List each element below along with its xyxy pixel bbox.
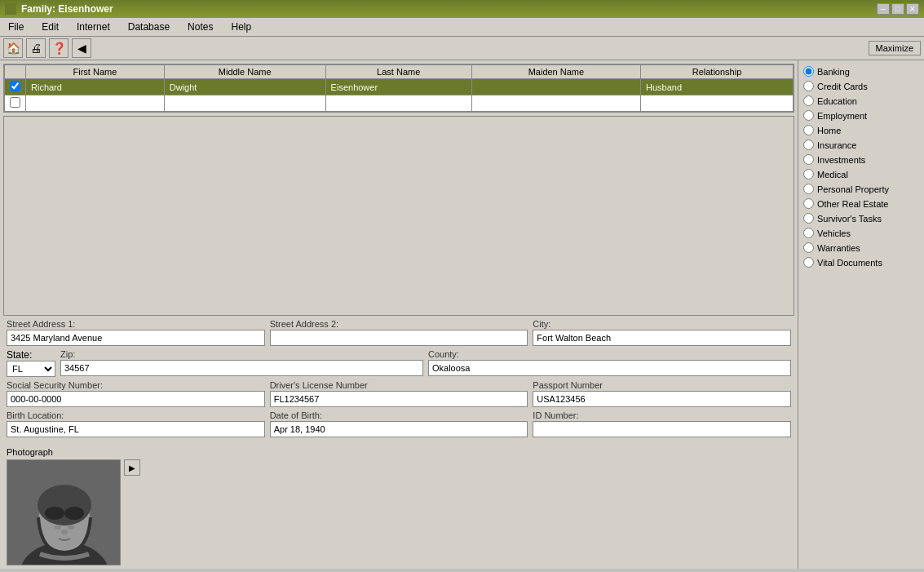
- sidebar-label-insurance: Insurance: [817, 140, 856, 150]
- col-middle-name: Middle Name: [164, 65, 325, 79]
- toolbar-print[interactable]: 🖨: [26, 38, 46, 58]
- sidebar-label-investments: Investments: [817, 155, 865, 165]
- photo-next-button[interactable]: ▶: [124, 459, 140, 476]
- sidebar-item-insurance[interactable]: Insurance: [802, 139, 921, 151]
- sidebar-item-employment[interactable]: Employment: [802, 109, 921, 122]
- street-address-2-label: Street Address 2:: [270, 319, 528, 329]
- id-group: ID Number:: [533, 410, 791, 437]
- sidebar-item-credit-cards[interactable]: Credit Cards: [802, 80, 921, 92]
- table-row-empty[interactable]: [5, 95, 794, 112]
- sidebar-radio-banking[interactable]: [803, 66, 814, 77]
- toolbar-help[interactable]: ❓: [49, 38, 69, 58]
- birth-location-label: Birth Location:: [7, 410, 265, 420]
- cell-first-name: Richard: [26, 79, 165, 95]
- close-button[interactable]: ✕: [906, 3, 919, 15]
- sidebar-radio-personal-property[interactable]: [803, 184, 814, 194]
- empty-checkbox: [5, 95, 26, 112]
- dob-group: Date of Birth:: [270, 410, 528, 437]
- birth-location-input[interactable]: [7, 421, 265, 437]
- sidebar-radio-vehicles[interactable]: [803, 228, 814, 238]
- county-label: County:: [428, 349, 791, 359]
- dl-input[interactable]: [270, 391, 528, 407]
- city-group: City:: [533, 319, 791, 346]
- empty-rel: [640, 95, 793, 112]
- sidebar-radio-education[interactable]: [803, 95, 814, 106]
- table-row[interactable]: Richard Dwight Eisenhower Husband: [5, 79, 794, 95]
- menu-help[interactable]: Help: [226, 20, 256, 34]
- state-select[interactable]: FL AL CA: [7, 361, 55, 377]
- id-input[interactable]: [533, 421, 791, 437]
- sidebar-item-investments[interactable]: Investments: [802, 153, 921, 166]
- row-checkbox[interactable]: [5, 79, 26, 95]
- menu-database[interactable]: Database: [123, 20, 175, 34]
- sidebar-label-credit-cards: Credit Cards: [817, 82, 868, 91]
- content-area: First Name Middle Name Last Name Maiden …: [0, 60, 798, 569]
- ssn-input[interactable]: [7, 391, 265, 407]
- sidebar-radio-medical[interactable]: [803, 169, 814, 180]
- minimize-button[interactable]: ─: [877, 3, 890, 15]
- passport-input[interactable]: [533, 391, 791, 407]
- state-group: State: FL AL CA: [7, 349, 55, 377]
- sidebar-label-warranties: Warranties: [817, 243, 860, 253]
- ssn-label: Social Security Number:: [7, 380, 265, 390]
- dl-label: Driver's License Number: [270, 380, 528, 390]
- svg-point-4: [38, 485, 91, 525]
- col-maiden-name: Maiden Name: [471, 65, 640, 79]
- sidebar-radio-investments[interactable]: [803, 154, 814, 165]
- sidebar-radio-insurance[interactable]: [803, 140, 814, 150]
- sidebar-radio-survivors-tasks[interactable]: [803, 213, 814, 224]
- state-zip-row: State: FL AL CA Zip: County:: [7, 349, 791, 377]
- sidebar-label-vital-documents: Vital Documents: [817, 258, 882, 268]
- sidebar-label-other-real-estate: Other Real Estate: [817, 199, 888, 209]
- sidebar-label-medical: Medical: [817, 170, 848, 180]
- street-address-2-input[interactable]: [270, 330, 528, 346]
- sidebar-radio-home[interactable]: [803, 125, 814, 135]
- person-table-wrapper: First Name Middle Name Last Name Maiden …: [3, 64, 794, 113]
- col-relationship: Relationship: [640, 65, 793, 79]
- street-address-1-input[interactable]: [7, 330, 265, 346]
- sidebar-radio-credit-cards[interactable]: [803, 81, 814, 91]
- sidebar-item-home[interactable]: Home: [802, 124, 921, 136]
- col-checkbox: [5, 65, 26, 79]
- empty-rows-area: [3, 116, 794, 316]
- city-input[interactable]: [533, 330, 791, 346]
- empty-last: [325, 95, 471, 112]
- empty-maiden: [471, 95, 640, 112]
- svg-point-10: [61, 530, 68, 534]
- sidebar-label-banking: Banking: [817, 67, 850, 77]
- svg-point-8: [55, 525, 61, 530]
- empty-first: [26, 95, 165, 112]
- sidebar-radio-warranties[interactable]: [803, 242, 814, 253]
- toolbar-icon1[interactable]: 🏠: [3, 38, 23, 58]
- photo-box: [7, 459, 121, 565]
- sidebar-item-survivors-tasks[interactable]: Survivor's Tasks: [802, 212, 921, 224]
- sidebar-item-banking[interactable]: Banking: [802, 65, 921, 78]
- sidebar-radio-vital-documents[interactable]: [803, 257, 814, 268]
- sidebar-label-education: Education: [817, 96, 857, 106]
- cell-relationship: Husband: [640, 79, 793, 95]
- zip-input[interactable]: [60, 360, 423, 376]
- county-input[interactable]: [428, 360, 791, 376]
- sidebar-item-other-real-estate[interactable]: Other Real Estate: [802, 197, 921, 210]
- sidebar-item-personal-property[interactable]: Personal Property: [802, 183, 921, 195]
- photo-label: Photograph: [7, 447, 791, 457]
- zip-label: Zip:: [60, 349, 423, 359]
- menu-internet[interactable]: Internet: [72, 20, 115, 34]
- menu-notes[interactable]: Notes: [183, 20, 218, 34]
- photo-section: Photograph: [0, 444, 798, 569]
- sidebar-radio-other-real-estate[interactable]: [803, 198, 814, 209]
- restore-button[interactable]: □: [891, 3, 904, 15]
- sidebar-item-education[interactable]: Education: [802, 95, 921, 107]
- ssn-group: Social Security Number:: [7, 380, 265, 407]
- sidebar-radio-employment[interactable]: [803, 110, 814, 121]
- window-controls: ─ □ ✕: [877, 3, 919, 15]
- sidebar-item-vital-documents[interactable]: Vital Documents: [802, 256, 921, 268]
- menu-edit[interactable]: Edit: [37, 20, 64, 34]
- maximize-button[interactable]: Maximize: [869, 41, 921, 55]
- sidebar-item-vehicles[interactable]: Vehicles: [802, 227, 921, 239]
- toolbar-back[interactable]: ◀: [72, 38, 91, 58]
- menu-file[interactable]: File: [3, 20, 29, 34]
- sidebar-item-medical[interactable]: Medical: [802, 168, 921, 180]
- dob-input[interactable]: [270, 421, 528, 437]
- sidebar-item-warranties[interactable]: Warranties: [802, 242, 921, 254]
